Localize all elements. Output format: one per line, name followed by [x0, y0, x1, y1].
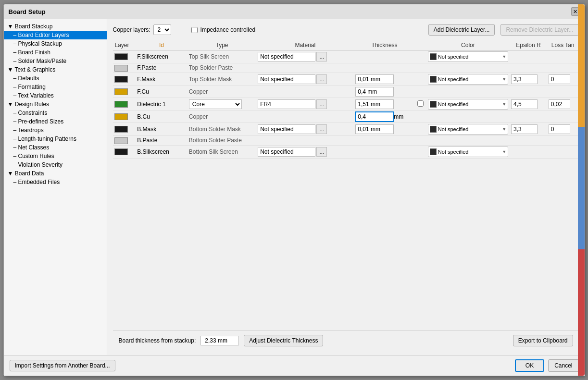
layer-thickness-cell [354, 73, 415, 86]
layer-material-cell [256, 86, 354, 98]
color-dropdown[interactable]: Not specified▼ [428, 147, 508, 157]
losstan-input[interactable] [549, 124, 570, 134]
sidebar-item-custom-rules[interactable]: – Custom Rules [4, 152, 107, 160]
color-dropdown[interactable]: Not specified▼ [428, 124, 508, 135]
layer-lock-checkbox[interactable] [417, 100, 424, 107]
layer-swatch-cell [113, 123, 136, 135]
material-input[interactable] [258, 52, 315, 61]
material-input[interactable] [258, 74, 315, 84]
copper-layers-select[interactable]: 2 [153, 25, 171, 35]
sidebar-item-board-data[interactable]: ▼ Board Data [4, 169, 107, 178]
layer-type-cell: Top Silk Screen [188, 50, 256, 63]
sidebar-item-length-tuning[interactable]: – Length-tuning Patterns [4, 135, 107, 143]
adjust-dielectric-button[interactable]: Adjust Dielectric Thickness [244, 335, 323, 346]
layer-swatch-cell [113, 145, 136, 158]
sidebar-item-label: ▼ Board Stackup [8, 23, 53, 30]
color-swatch-small [430, 53, 437, 60]
sidebar-item-label: – Custom Rules [13, 153, 54, 159]
material-group: ... [258, 99, 352, 109]
thickness-label: Board thickness from stackup: [119, 337, 196, 344]
remove-dielectric-button[interactable]: Remove Dielectric Layer... [500, 24, 578, 36]
material-input[interactable] [258, 147, 315, 157]
sidebar-item-board-finish[interactable]: – Board Finish [4, 48, 107, 57]
layer-name-cell: F.Paste [136, 63, 188, 73]
layer-color-swatch [114, 137, 128, 144]
sidebar-item-design-rules[interactable]: ▼ Design Rules [4, 100, 107, 109]
layer-color-swatch [114, 148, 128, 155]
thickness-input[interactable] [355, 112, 394, 122]
sidebar-item-board-editor-layers[interactable]: – Board Editor Layers [4, 31, 107, 39]
sidebar-item-pre-defined-sizes[interactable]: – Pre-defined Sizes [4, 117, 107, 126]
material-ellipsis-button[interactable]: ... [316, 99, 327, 109]
sidebar-item-teardrops[interactable]: – Teardrops [4, 126, 107, 135]
layer-color-swatch [114, 76, 128, 83]
epsilon-input[interactable] [511, 124, 538, 134]
ok-button[interactable]: OK [515, 359, 544, 372]
layer-losstan-cell [547, 123, 579, 135]
layer-material-cell: ... [256, 73, 354, 86]
color-dropdown[interactable]: Not specified▼ [428, 74, 508, 85]
thickness-input[interactable] [355, 87, 394, 97]
color-dropdown[interactable]: Not specified▼ [428, 51, 508, 62]
cancel-button[interactable]: Cancel [548, 359, 578, 372]
color-dropdown[interactable]: Not specified▼ [428, 99, 508, 110]
layer-lock-cell [415, 73, 426, 86]
layer-losstan-cell [547, 98, 579, 110]
import-settings-button[interactable]: Import Settings from Another Board... [10, 360, 115, 371]
layer-type-select[interactable]: Core [189, 99, 242, 109]
losstan-input[interactable] [549, 99, 570, 109]
sidebar-item-label: – Pre-defined Sizes [13, 118, 64, 125]
thickness-unit: mm [394, 113, 403, 120]
sidebar-item-physical-stackup[interactable]: – Physical Stackup [4, 39, 107, 48]
table-row: F.MaskTop Solder Mask...Not specified▼ [113, 73, 579, 86]
layer-epsilon-cell [510, 98, 547, 110]
sidebar-item-defaults[interactable]: – Defaults [4, 74, 107, 83]
sidebar-item-solder-mask-paste[interactable]: – Solder Mask/Paste [4, 57, 107, 65]
layer-epsilon-cell [510, 145, 547, 158]
sidebar-item-net-classes[interactable]: – Net Classes [4, 143, 107, 152]
layer-color-cell: Not specified▼ [426, 123, 510, 135]
sidebar-item-constraints[interactable]: – Constraints [4, 109, 107, 117]
layer-color-swatch [114, 53, 128, 60]
epsilon-input[interactable] [511, 74, 538, 84]
layer-lock-cell [415, 123, 426, 135]
col-thickness: Thickness [354, 40, 415, 50]
material-ellipsis-button[interactable]: ... [316, 52, 327, 61]
material-ellipsis-button[interactable]: ... [316, 124, 327, 134]
sidebar-item-embedded-files[interactable]: – Embedded Files [4, 178, 107, 186]
material-input[interactable] [258, 99, 315, 109]
sidebar-item-text-variables[interactable]: – Text Variables [4, 91, 107, 100]
material-ellipsis-button[interactable]: ... [316, 147, 327, 157]
table-body: F.SilkscreenTop Silk Screen...Not specif… [113, 50, 579, 159]
sidebar: ▼ Board Stackup– Board Editor Layers– Ph… [4, 19, 107, 355]
add-dielectric-button[interactable]: Add Dielectric Layer... [428, 24, 495, 36]
thickness-input[interactable] [355, 99, 394, 109]
dialog-footer: Import Settings from Another Board... OK… [4, 355, 585, 376]
layer-swatch-cell [113, 50, 136, 63]
material-ellipsis-button[interactable]: ... [316, 74, 327, 84]
thickness-input[interactable] [355, 74, 394, 84]
layer-material-cell: ... [256, 145, 354, 158]
layer-lock-cell [415, 110, 426, 123]
thickness-input[interactable] [355, 124, 394, 134]
epsilon-input[interactable] [511, 99, 538, 109]
right-edge-decoration [578, 4, 585, 376]
material-input[interactable] [258, 124, 315, 134]
layer-type-cell[interactable]: Core [188, 98, 256, 110]
sidebar-item-formatting[interactable]: – Formatting [4, 83, 107, 91]
losstan-input[interactable] [549, 74, 570, 84]
color-swatch-small [430, 148, 437, 155]
impedance-checkbox[interactable] [191, 27, 198, 33]
sidebar-item-violation-severity[interactable]: – Violation Severity [4, 160, 107, 169]
layer-color-swatch [114, 113, 128, 120]
thickness-edit-wrap: mm [355, 112, 413, 122]
layer-epsilon-cell [510, 50, 547, 63]
sidebar-item-board-stackup[interactable]: ▼ Board Stackup [4, 22, 107, 31]
layer-epsilon-cell [510, 63, 547, 73]
layer-swatch-cell [113, 135, 136, 145]
sidebar-item-text-graphics[interactable]: ▼ Text & Graphics [4, 65, 107, 74]
main-content: Copper layers: 2 Impedance controlled Ad… [107, 19, 585, 355]
export-clipboard-button[interactable]: Export to Clipboard [513, 335, 573, 346]
color-label: Not specified [438, 76, 500, 82]
color-label: Not specified [438, 101, 500, 107]
